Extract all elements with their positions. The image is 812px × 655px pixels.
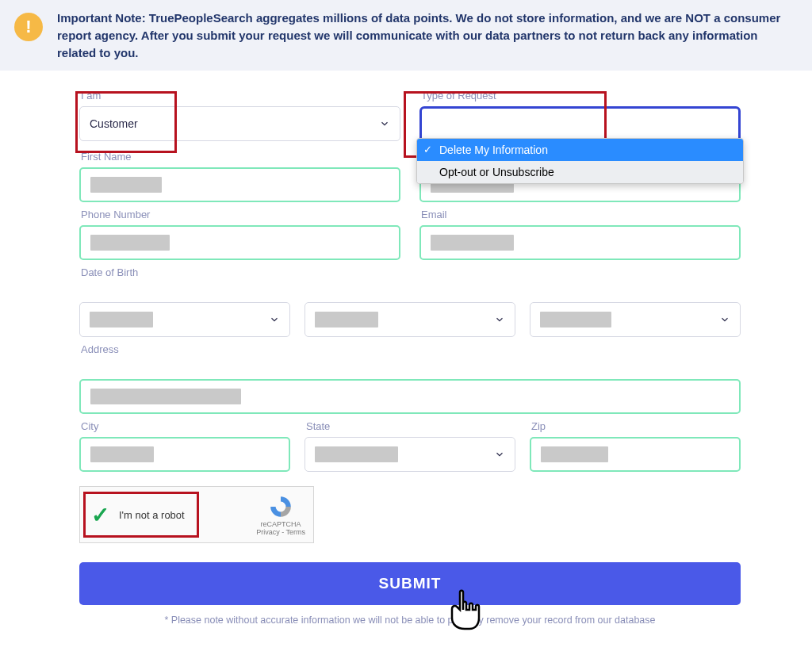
- recaptcha-widget[interactable]: ✓ I'm not a robot reCAPTCHA Privacy - Te…: [79, 486, 314, 543]
- dob-month-select[interactable]: [79, 302, 290, 337]
- redacted-block: [90, 446, 154, 462]
- chevron-down-icon: [269, 314, 280, 325]
- dob-label: Date of Birth: [79, 266, 741, 278]
- address-label: Address: [79, 343, 741, 355]
- state-select[interactable]: [304, 437, 515, 472]
- recaptcha-label: I'm not a robot: [119, 509, 185, 521]
- zip-label: Zip: [530, 420, 741, 432]
- iam-select[interactable]: Customer: [79, 106, 400, 141]
- important-notice-banner: ! Important Note: TruePeopleSearch aggre…: [0, 0, 812, 71]
- checkmark-icon: ✓: [91, 502, 109, 528]
- phone-label: Phone Number: [79, 209, 400, 220]
- chevron-down-icon: [494, 449, 505, 460]
- redacted-block: [90, 312, 153, 328]
- iam-value: Customer: [90, 117, 138, 130]
- chevron-down-icon: [494, 314, 505, 325]
- redacted-block: [90, 389, 241, 404]
- dob-day-select[interactable]: [304, 302, 515, 337]
- dropdown-item-delete[interactable]: ✓ Delete My Information: [417, 139, 743, 161]
- redacted-block: [315, 312, 378, 328]
- submit-button[interactable]: SUBMIT: [79, 562, 741, 605]
- notice-text: Important Note: TruePeopleSearch aggrega…: [57, 10, 783, 61]
- type-of-request-dropdown: ✓ Delete My Information Opt-out or Unsub…: [416, 138, 744, 184]
- redacted-block: [540, 312, 611, 328]
- footnote-text: * Please note without accurate informati…: [79, 615, 741, 626]
- dropdown-item-label: Opt-out or Unsubscribe: [439, 166, 554, 178]
- city-input[interactable]: [79, 437, 290, 472]
- redacted-block: [90, 235, 170, 251]
- phone-input[interactable]: [79, 225, 400, 260]
- email-label: Email: [419, 209, 741, 220]
- redacted-block: [315, 446, 398, 462]
- opt-out-form: I am Customer Type of Request ✓ Delete M…: [0, 71, 812, 626]
- zip-input[interactable]: [530, 437, 741, 472]
- first-name-label: First Name: [79, 151, 400, 163]
- check-icon: ✓: [423, 144, 432, 155]
- dob-year-select[interactable]: [530, 302, 741, 337]
- city-label: City: [79, 420, 290, 432]
- email-input[interactable]: [419, 225, 741, 260]
- exclamation-icon: !: [14, 13, 43, 41]
- dropdown-item-label: Delete My Information: [439, 144, 548, 156]
- chevron-down-icon: [379, 118, 390, 129]
- dropdown-item-optout[interactable]: Opt-out or Unsubscribe: [417, 161, 743, 183]
- redacted-block: [431, 235, 514, 251]
- type-of-request-label: Type of Request: [419, 90, 741, 102]
- recaptcha-logo-icon: [268, 494, 293, 519]
- chevron-down-icon: [719, 314, 730, 325]
- recaptcha-legal: Privacy - Terms: [256, 528, 305, 536]
- state-label: State: [304, 420, 515, 432]
- iam-label: I am: [79, 90, 400, 102]
- redacted-block: [90, 177, 162, 193]
- redacted-block: [541, 446, 608, 462]
- address-input[interactable]: [79, 379, 741, 414]
- recaptcha-brand: reCAPTCHA: [256, 520, 305, 528]
- first-name-input[interactable]: [79, 167, 400, 202]
